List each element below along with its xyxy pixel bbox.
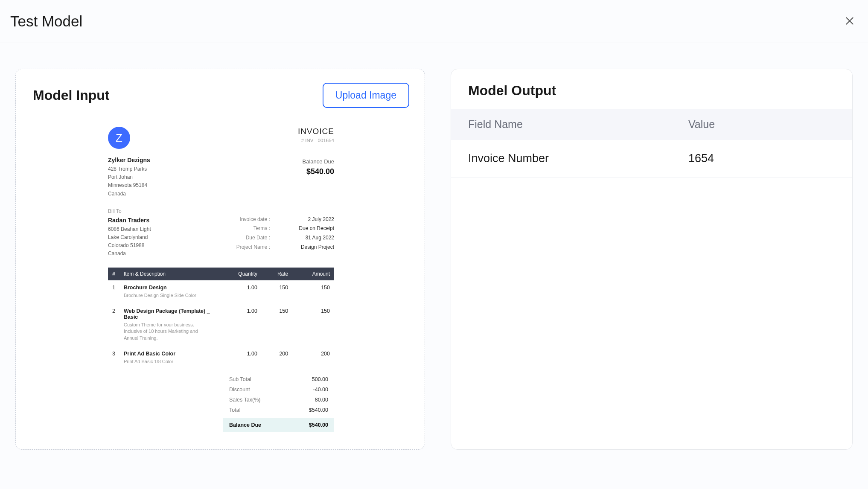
model-input-panel: Model Input Upload Image Z Zylker Dezign… [15,69,425,450]
final-balance-label: Balance Due [229,422,261,428]
model-output-header: Model Output [451,69,852,109]
company-addr-line: 428 Tromp Parks [108,165,150,173]
meta-value: 31 Aug 2022 [287,233,334,243]
totals-row: Sales Tax(%) 80.00 [223,395,334,405]
output-row: Invoice Number 1654 [451,140,852,178]
totals-row: Discount -40.00 [223,384,334,395]
balance-due-label: Balance Due [298,158,334,165]
company-logo-letter: Z [116,131,122,145]
item-note: Print Ad Basic 1/8 Color [124,358,213,365]
item-amount: 150 [292,280,334,304]
item-name: Web Design Package (Template) _ Basic [124,308,213,320]
invoice-number-label: # INV - 001654 [298,138,334,143]
invoice-meta-row: Due Date : 31 Aug 2022 [224,233,334,243]
item-rate: 200 [262,346,292,370]
invoice-meta: Invoice date : 2 July 2022 Terms : Due o… [224,215,334,258]
close-icon [844,15,855,26]
col-amount: Amount [292,268,334,280]
model-output-title: Model Output [468,83,835,99]
totals-label: Discount [229,387,250,393]
item-name: Print Ad Basic Color [124,351,213,357]
item-amount: 150 [292,304,334,346]
item-idx: 3 [108,346,119,370]
invoice-meta-row: Project Name : Design Project [224,243,334,252]
invoice-meta-row: Terms : Due on Receipt [224,224,334,233]
output-table-header: Field Name Value [451,109,852,140]
modal-header: Test Model [0,0,868,43]
line-item-row: 2 Web Design Package (Template) _ Basic … [108,304,334,346]
output-field-name: Invoice Number [468,152,688,165]
item-name: Brochure Design [124,285,213,291]
item-desc: Brochure Design Brochure Design Single S… [119,280,218,304]
meta-value: Design Project [287,243,334,252]
bill-to-label: Bill To [108,208,151,214]
item-qty: 1.00 [218,280,262,304]
invoice-meta-row: Invoice date : 2 July 2022 [224,215,334,224]
line-item-row: 3 Print Ad Basic Color Print Ad Basic 1/… [108,346,334,370]
totals-label: Total [229,407,240,413]
col-qty: Quantity [218,268,262,280]
bill-to-addr-line: Lake Carolynland [108,233,151,242]
output-field-value: 1654 [688,152,835,165]
item-idx: 1 [108,280,119,304]
item-note: Brochure Design Single Side Color [124,292,213,299]
output-col-value: Value [688,118,835,131]
bill-to-address: 6086 Beahan Light Lake Carolynland Color… [108,225,151,258]
item-desc: Print Ad Basic Color Print Ad Basic 1/8 … [119,346,218,370]
meta-label: Invoice date : [224,215,270,224]
bill-to-addr-line: Colorado 51988 [108,242,151,250]
final-balance-row: Balance Due $540.00 [223,418,334,432]
bill-to-addr-line: 6086 Beahan Light [108,225,151,233]
totals-label: Sub Total [229,376,251,382]
meta-value: Due on Receipt [287,224,334,233]
item-rate: 150 [262,304,292,346]
close-button[interactable] [842,11,858,32]
item-note: Custom Theme for your business. Inclusiv… [124,322,213,341]
line-items-header: # Item & Description Quantity Rate Amoun… [108,268,334,280]
model-input-header: Model Input Upload Image [33,83,409,108]
totals-row: Sub Total 500.00 [223,374,334,384]
totals-label: Sales Tax(%) [229,397,260,403]
company-addr-line: Minnesota 95184 [108,181,150,189]
company-addr-line: Canada [108,190,150,198]
totals-value: 500.00 [312,376,328,382]
totals-row: Total $540.00 [223,405,334,415]
line-item-row: 1 Brochure Design Brochure Design Single… [108,280,334,304]
col-desc: Item & Description [119,268,218,280]
item-qty: 1.00 [218,304,262,346]
col-rate: Rate [262,268,292,280]
model-output-panel: Model Output Field Name Value Invoice Nu… [451,69,853,450]
invoice-mid: Bill To Radan Traders 6086 Beahan Light … [108,208,334,258]
item-idx: 2 [108,304,119,346]
final-balance-value: $540.00 [309,422,328,428]
meta-label: Due Date : [224,233,270,243]
model-input-title: Model Input [33,87,110,103]
item-amount: 200 [292,346,334,370]
meta-label: Terms : [224,224,270,233]
invoice-company-block: Z Zylker Dezigns 428 Tromp Parks Port Jo… [108,127,150,198]
company-address: 428 Tromp Parks Port Johan Minnesota 951… [108,165,150,198]
page-title: Test Model [10,13,82,30]
company-logo: Z [108,127,130,149]
line-items-table: # Item & Description Quantity Rate Amoun… [108,268,334,370]
balance-due-amount: $540.00 [298,167,334,176]
col-idx: # [108,268,119,280]
totals-value: 80.00 [315,397,328,403]
bill-to-block: Bill To Radan Traders 6086 Beahan Light … [108,208,151,258]
company-name: Zylker Dezigns [108,157,150,163]
item-rate: 150 [262,280,292,304]
upload-image-button[interactable]: Upload Image [323,83,409,108]
totals-block: Sub Total 500.00 Discount -40.00 Sales T… [223,374,334,432]
totals-value: $540.00 [309,407,328,413]
item-desc: Web Design Package (Template) _ Basic Cu… [119,304,218,346]
meta-label: Project Name : [224,243,270,252]
invoice-header-right: INVOICE # INV - 001654 Balance Due $540.… [298,127,334,198]
bill-to-addr-line: Canada [108,250,151,258]
totals-value: -40.00 [313,387,328,393]
output-col-field: Field Name [468,118,688,131]
meta-value: 2 July 2022 [287,215,334,224]
company-addr-line: Port Johan [108,173,150,181]
content-area: Model Input Upload Image Z Zylker Dezign… [0,43,868,467]
item-qty: 1.00 [218,346,262,370]
invoice-top: Z Zylker Dezigns 428 Tromp Parks Port Jo… [108,127,334,198]
